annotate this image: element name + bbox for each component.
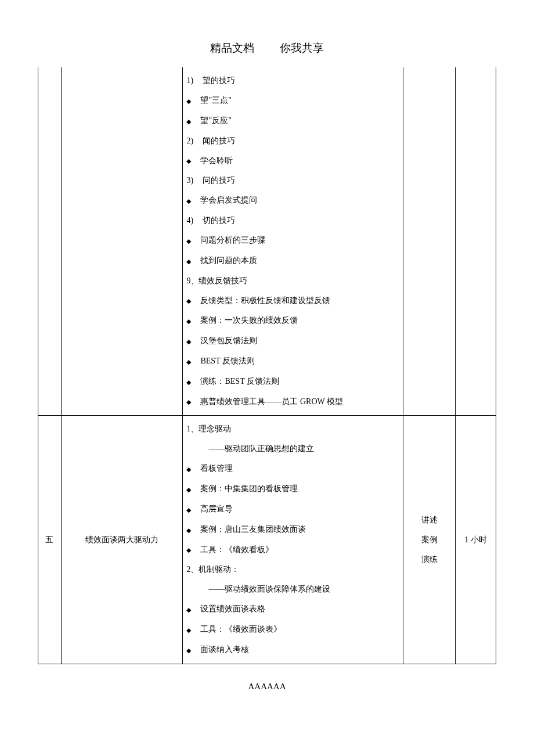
content-text: 高层宣导 xyxy=(200,505,233,513)
content-line: ◆汉堡包反馈法则 xyxy=(186,331,399,351)
content-cell: 1)望的技巧◆望"三点"◆望"反应"2)闻的技巧◆学会聆听3)问的技巧◆学会启发… xyxy=(183,67,403,416)
content-line: ◆案例：唐山三友集团绩效面谈 xyxy=(186,520,399,540)
method-line: 演练 xyxy=(407,550,452,570)
content-line: ◆问题分析的三步骤 xyxy=(186,231,399,251)
content-line: ◆演练：BEST 反馈法则 xyxy=(186,372,399,392)
diamond-bullet-icon: ◆ xyxy=(186,352,200,372)
diamond-bullet-icon: ◆ xyxy=(186,311,200,331)
method-cell: 讲述案例演练 xyxy=(403,416,456,664)
method-cell xyxy=(403,67,456,416)
content-line: 2、机制驱动： xyxy=(186,560,399,579)
time-cell xyxy=(456,67,496,416)
content-text: 切的技巧 xyxy=(203,216,235,225)
content-line: 2)闻的技巧 xyxy=(186,131,399,151)
content-line: ◆设置绩效面谈表格 xyxy=(186,599,399,620)
list-number: 1) xyxy=(186,71,203,91)
diamond-bullet-icon: ◆ xyxy=(186,291,200,311)
list-number: 2) xyxy=(186,131,203,151)
diamond-bullet-icon: ◆ xyxy=(186,480,200,499)
content-text: 望"反应" xyxy=(200,116,231,125)
content-text: 设置绩效面谈表格 xyxy=(200,604,265,613)
content-line: ◆找到问题的本质 xyxy=(186,251,399,271)
index-cell xyxy=(38,67,62,416)
diamond-bullet-icon: ◆ xyxy=(186,91,200,111)
content-line: ◆高层宣导 xyxy=(186,499,399,520)
diamond-bullet-icon: ◆ xyxy=(186,500,200,520)
content-line: ◆惠普绩效管理工具——员工 GROW 模型 xyxy=(186,392,399,412)
content-text: 闻的技巧 xyxy=(203,136,235,145)
content-text: 问题分析的三步骤 xyxy=(200,236,265,244)
content-text: 找到问题的本质 xyxy=(200,256,257,265)
content-text: 学会启发式提问 xyxy=(200,196,257,204)
diamond-bullet-icon: ◆ xyxy=(186,392,200,412)
diamond-bullet-icon: ◆ xyxy=(186,620,200,640)
content-line: ◆工具：《绩效看板》 xyxy=(186,540,399,560)
content-text: 望"三点" xyxy=(200,96,231,105)
content-line: ◆望"反应" xyxy=(186,111,399,131)
content-text: 望的技巧 xyxy=(203,76,235,85)
content-line: ◆看板管理 xyxy=(186,459,399,479)
content-line: 1、理念驱动 xyxy=(186,419,399,439)
content-line: ◆BEST 反馈法则 xyxy=(186,351,399,372)
content-text: BEST 反馈法则 xyxy=(200,357,254,365)
content-line: 3)问的技巧 xyxy=(186,171,399,190)
content-text: 惠普绩效管理工具——员工 GROW 模型 xyxy=(200,397,343,406)
content-text: 工具：《绩效面谈表》 xyxy=(200,625,282,633)
content-line: ◆学会聆听 xyxy=(186,151,399,171)
content-line: 9、绩效反馈技巧 xyxy=(186,271,399,291)
content-cell: 1、理念驱动——驱动团队正确思想的建立◆看板管理◆案例：中集集团的看板管理◆高层… xyxy=(183,416,403,664)
header-left: 精品文档 xyxy=(210,41,254,56)
diamond-bullet-icon: ◆ xyxy=(186,540,200,560)
content-line: ◆案例：一次失败的绩效反馈 xyxy=(186,311,399,331)
content-line: ◆案例：中集集团的看板管理 xyxy=(186,479,399,499)
index-cell: 五 xyxy=(38,416,62,664)
time-cell: 1 小时 xyxy=(456,416,496,664)
content-line: ◆望"三点" xyxy=(186,91,399,111)
content-text: 工具：《绩效看板》 xyxy=(200,545,273,554)
content-line: ——驱动绩效面谈保障体系的建设 xyxy=(186,579,399,599)
diamond-bullet-icon: ◆ xyxy=(186,111,200,131)
content-line: ◆学会启发式提问 xyxy=(186,190,399,211)
content-line: 1)望的技巧 xyxy=(186,71,399,91)
diamond-bullet-icon: ◆ xyxy=(186,459,200,479)
content-text: 看板管理 xyxy=(200,464,233,473)
content-text: 汉堡包反馈法则 xyxy=(200,336,257,345)
topic-cell xyxy=(61,67,183,416)
content-text: 学会聆听 xyxy=(200,156,233,165)
content-text: 案例：中集集团的看板管理 xyxy=(200,484,298,493)
content-line: ——驱动团队正确思想的建立 xyxy=(186,439,399,459)
content-line: ◆面谈纳入考核 xyxy=(186,640,399,660)
content-text: 演练：BEST 反馈法则 xyxy=(200,377,279,386)
content-line: 4)切的技巧 xyxy=(186,211,399,231)
page-header: 精品文档 你我共享 xyxy=(0,0,534,67)
content-line: ◆工具：《绩效面谈表》 xyxy=(186,620,399,640)
content-text: 案例：一次失败的绩效反馈 xyxy=(200,316,298,325)
diamond-bullet-icon: ◆ xyxy=(186,151,200,171)
diamond-bullet-icon: ◆ xyxy=(186,332,200,351)
diamond-bullet-icon: ◆ xyxy=(186,640,200,660)
content-text: 反馈类型：积极性反馈和建设型反馈 xyxy=(200,296,330,305)
topic-cell: 绩效面谈两大驱动力 xyxy=(61,416,183,664)
diamond-bullet-icon: ◆ xyxy=(186,372,200,392)
content-text: 案例：唐山三友集团绩效面谈 xyxy=(200,525,306,534)
content-text: 问的技巧 xyxy=(203,176,235,185)
diamond-bullet-icon: ◆ xyxy=(186,251,200,271)
table-row: 五 绩效面谈两大驱动力 1、理念驱动——驱动团队正确思想的建立◆看板管理◆案例：… xyxy=(38,416,496,664)
diamond-bullet-icon: ◆ xyxy=(186,231,200,251)
diamond-bullet-icon: ◆ xyxy=(186,520,200,540)
diamond-bullet-icon: ◆ xyxy=(186,600,200,620)
table-row: 1)望的技巧◆望"三点"◆望"反应"2)闻的技巧◆学会聆听3)问的技巧◆学会启发… xyxy=(38,67,496,416)
method-line: 讲述 xyxy=(407,510,452,530)
list-number: 3) xyxy=(186,171,203,190)
page-footer: AAAAAA xyxy=(0,664,534,692)
diamond-bullet-icon: ◆ xyxy=(186,191,200,211)
list-number: 4) xyxy=(186,211,203,231)
content-text: 面谈纳入考核 xyxy=(200,645,249,654)
content-line: ◆反馈类型：积极性反馈和建设型反馈 xyxy=(186,291,399,311)
header-right: 你我共享 xyxy=(280,41,324,56)
content-table: 1)望的技巧◆望"三点"◆望"反应"2)闻的技巧◆学会聆听3)问的技巧◆学会启发… xyxy=(38,67,496,664)
method-line: 案例 xyxy=(407,530,452,550)
